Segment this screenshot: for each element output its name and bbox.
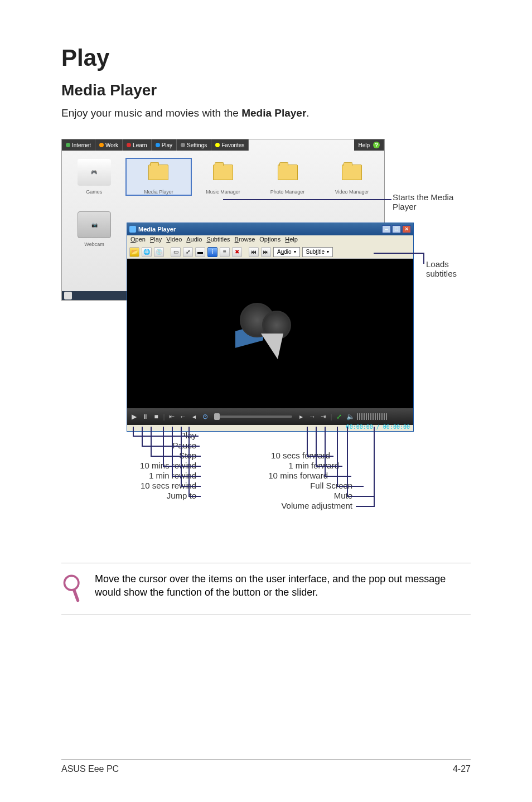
rewind-10m-button[interactable]: ⇤ xyxy=(167,412,176,421)
globe-icon xyxy=(66,143,70,147)
rewind-10s-button[interactable]: ◂ xyxy=(190,412,199,421)
media-logo-icon xyxy=(240,303,301,364)
jump-to-button[interactable]: ⊙ xyxy=(201,412,210,421)
intro-suffix: . xyxy=(306,107,309,119)
menu-subtitles[interactable]: Subtitles xyxy=(206,236,230,245)
control-bar: ▶ ⏸ ■ | ⇤ ← ◂ ⊙ ▸ → ⇥ | ⤢ 🔈 xyxy=(127,408,413,425)
webcam-icon: 📷 xyxy=(78,211,111,238)
prev-track-icon[interactable]: ⏮ xyxy=(249,247,259,257)
mute-button[interactable]: 🔈 xyxy=(346,412,355,421)
stop-button[interactable]: ■ xyxy=(152,412,161,421)
fullscreen-tb-icon[interactable]: ⤢ xyxy=(183,247,193,257)
audio-dropdown[interactable]: Audio xyxy=(273,247,300,257)
note-box: Move the cursor over the items on the us… xyxy=(61,563,471,615)
wrench-icon xyxy=(181,143,185,147)
annotation-mute: Mute xyxy=(274,491,352,500)
open-url-icon[interactable]: 🌐 xyxy=(142,247,152,257)
next-track-icon[interactable]: ⏭ xyxy=(261,247,271,257)
launcher-games[interactable]: 🎮Games xyxy=(62,159,127,195)
forward-10s-button[interactable]: ▸ xyxy=(297,412,306,421)
volume-slider[interactable] xyxy=(357,413,388,420)
playlist-icon[interactable]: ≡ xyxy=(220,247,230,257)
seek-slider[interactable] xyxy=(214,416,292,418)
tab-label: Work xyxy=(105,142,118,148)
open-dvd-icon[interactable]: 💿 xyxy=(154,247,164,257)
window-title-text: Media Player xyxy=(138,226,176,233)
footer-right: 4-27 xyxy=(453,764,471,774)
menu-play[interactable]: Play xyxy=(150,236,162,245)
launcher-webcam[interactable]: 📷Webcam xyxy=(62,211,127,247)
forward-10m-button[interactable]: ⇥ xyxy=(319,412,328,421)
annotation-fwd-10m: 10 mins forward xyxy=(228,471,328,480)
launcher-media-player[interactable]: Media Player xyxy=(127,159,191,195)
note-text: Move the cursor over the items on the us… xyxy=(95,572,471,600)
tab-label: Learn xyxy=(133,142,147,148)
launcher-label: Webcam xyxy=(84,241,104,247)
tab-settings[interactable]: Settings xyxy=(177,139,211,151)
annotation-volume: Volume adjustment xyxy=(219,501,352,510)
launcher-label: Photo Manager xyxy=(270,189,305,195)
tab-play[interactable]: Play xyxy=(152,139,177,151)
launcher-row: 🎮Games Media Player Music Manager Photo … xyxy=(62,151,384,195)
tab-help[interactable]: Help? xyxy=(354,139,384,151)
tab-learn[interactable]: Learn xyxy=(123,139,152,151)
pause-button[interactable]: ⏸ xyxy=(141,412,149,421)
music-manager-icon xyxy=(206,159,240,186)
tab-label: Play xyxy=(162,142,172,148)
titlebar: Media Player – □ ✕ xyxy=(127,223,413,235)
launcher-label: Games xyxy=(86,189,102,195)
info-icon[interactable]: i xyxy=(207,247,217,257)
video-canvas xyxy=(127,259,413,408)
annotation-jump-to: Jump to xyxy=(109,491,196,500)
menu-video[interactable]: Video xyxy=(166,236,182,245)
launcher-label: Media Player xyxy=(144,189,173,195)
equalizer-icon[interactable]: ▬ xyxy=(195,247,205,257)
menu-options[interactable]: Options xyxy=(259,236,280,245)
intro-prefix: Enjoy your music and movies with the xyxy=(61,107,241,119)
book-icon xyxy=(127,143,131,147)
compact-mode-icon[interactable]: ▭ xyxy=(171,247,181,257)
tab-label: Favorites xyxy=(221,142,244,148)
desktop-tabbar: Internet Work Learn Play Settings Favori… xyxy=(62,139,384,151)
close-button[interactable]: ✕ xyxy=(402,225,411,233)
tab-label: Help xyxy=(358,142,370,148)
tab-work[interactable]: Work xyxy=(95,139,123,151)
page-footer: ASUS Eee PC 4-27 xyxy=(61,759,471,774)
svg-point-0 xyxy=(64,576,78,590)
photo-manager-icon xyxy=(271,159,304,186)
rewind-1m-button[interactable]: ← xyxy=(178,412,187,421)
forward-1m-button[interactable]: → xyxy=(308,412,317,421)
preferences-icon[interactable]: ✖ xyxy=(232,247,242,257)
help-icon: ? xyxy=(373,142,380,148)
launcher-music-manager[interactable]: Music Manager xyxy=(191,159,255,195)
menu-open[interactable]: Open xyxy=(130,236,146,245)
tab-internet[interactable]: Internet xyxy=(62,139,95,151)
star-icon xyxy=(215,143,220,147)
menu-help[interactable]: Help xyxy=(285,236,298,245)
app-icon xyxy=(129,226,136,233)
tab-favorites[interactable]: Favorites xyxy=(211,139,249,151)
minimize-button[interactable]: – xyxy=(382,225,391,233)
play-button[interactable]: ▶ xyxy=(129,412,138,421)
home-icon[interactable] xyxy=(64,292,72,299)
toolbar: 📂 🌐 💿 ▭ ⤢ ▬ i ≡ ✖ ⏮ ⏭ Audio Subtitle xyxy=(127,245,413,259)
play-icon xyxy=(156,143,160,147)
subtitle-dropdown[interactable]: Subtitle xyxy=(302,247,333,257)
launcher-photo-manager[interactable]: Photo Manager xyxy=(255,159,320,195)
games-icon: 🎮 xyxy=(78,159,111,186)
video-manager-icon xyxy=(335,159,369,186)
maximize-button[interactable]: □ xyxy=(392,225,401,233)
briefcase-icon xyxy=(99,143,104,147)
launcher-video-manager[interactable]: Video Manager xyxy=(320,159,384,195)
tab-label: Internet xyxy=(72,142,91,148)
launcher-label: Video Manager xyxy=(335,189,369,195)
launcher-label: Music Manager xyxy=(206,189,240,195)
fullscreen-button[interactable]: ⤢ xyxy=(335,412,344,421)
menu-audio[interactable]: Audio xyxy=(186,236,202,245)
media-player-window: Media Player – □ ✕ Open Play Video Audio… xyxy=(127,223,414,432)
footer-left: ASUS Eee PC xyxy=(61,764,119,774)
open-file-icon[interactable]: 📂 xyxy=(129,247,139,257)
menu-browse[interactable]: Browse xyxy=(235,236,255,245)
annotation-loads-subtitles: Loadssubtitles xyxy=(426,259,457,278)
media-player-icon xyxy=(142,159,175,186)
